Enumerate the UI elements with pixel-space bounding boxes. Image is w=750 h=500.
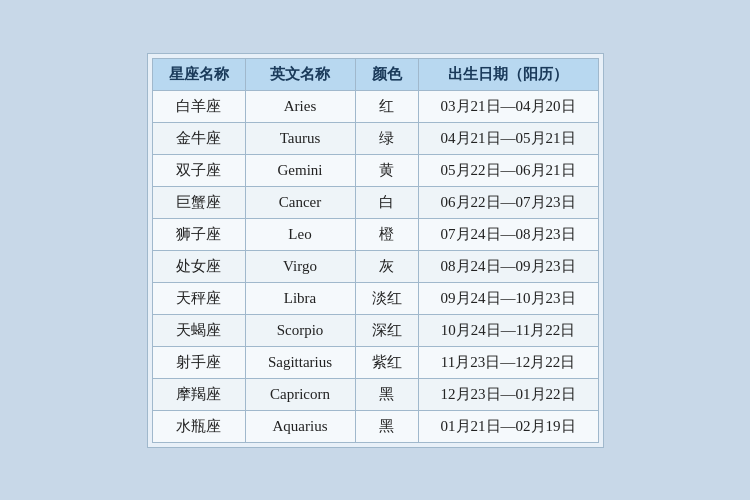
- cell-color: 红: [355, 90, 418, 122]
- table-row: 处女座Virgo灰08月24日—09月23日: [152, 250, 598, 282]
- cell-zh: 金牛座: [152, 122, 245, 154]
- cell-color: 橙: [355, 218, 418, 250]
- table-row: 射手座Sagittarius紫红11月23日—12月22日: [152, 346, 598, 378]
- cell-en: Leo: [245, 218, 355, 250]
- cell-date: 11月23日—12月22日: [418, 346, 598, 378]
- cell-zh: 射手座: [152, 346, 245, 378]
- cell-date: 10月24日—11月22日: [418, 314, 598, 346]
- cell-color: 绿: [355, 122, 418, 154]
- cell-zh: 摩羯座: [152, 378, 245, 410]
- cell-zh: 天蝎座: [152, 314, 245, 346]
- cell-zh: 白羊座: [152, 90, 245, 122]
- cell-zh: 处女座: [152, 250, 245, 282]
- table-row: 摩羯座Capricorn黑12月23日—01月22日: [152, 378, 598, 410]
- cell-color: 白: [355, 186, 418, 218]
- zodiac-table-container: 星座名称 英文名称 颜色 出生日期（阳历） 白羊座Aries红03月21日—04…: [147, 53, 604, 448]
- cell-color: 黄: [355, 154, 418, 186]
- cell-color: 深红: [355, 314, 418, 346]
- header-zh: 星座名称: [152, 58, 245, 90]
- cell-zh: 水瓶座: [152, 410, 245, 442]
- cell-date: 08月24日—09月23日: [418, 250, 598, 282]
- table-row: 巨蟹座Cancer白06月22日—07月23日: [152, 186, 598, 218]
- cell-en: Sagittarius: [245, 346, 355, 378]
- cell-date: 05月22日—06月21日: [418, 154, 598, 186]
- table-row: 狮子座Leo橙07月24日—08月23日: [152, 218, 598, 250]
- cell-en: Aries: [245, 90, 355, 122]
- header-date: 出生日期（阳历）: [418, 58, 598, 90]
- cell-color: 黑: [355, 410, 418, 442]
- cell-color: 紫红: [355, 346, 418, 378]
- cell-date: 12月23日—01月22日: [418, 378, 598, 410]
- cell-color: 灰: [355, 250, 418, 282]
- cell-zh: 天秤座: [152, 282, 245, 314]
- cell-color: 黑: [355, 378, 418, 410]
- cell-en: Scorpio: [245, 314, 355, 346]
- zodiac-table: 星座名称 英文名称 颜色 出生日期（阳历） 白羊座Aries红03月21日—04…: [152, 58, 599, 443]
- table-row: 天蝎座Scorpio深红10月24日—11月22日: [152, 314, 598, 346]
- cell-date: 07月24日—08月23日: [418, 218, 598, 250]
- cell-date: 09月24日—10月23日: [418, 282, 598, 314]
- header-color: 颜色: [355, 58, 418, 90]
- cell-date: 04月21日—05月21日: [418, 122, 598, 154]
- table-row: 水瓶座Aquarius黑01月21日—02月19日: [152, 410, 598, 442]
- cell-en: Virgo: [245, 250, 355, 282]
- table-row: 金牛座Taurus绿04月21日—05月21日: [152, 122, 598, 154]
- cell-zh: 狮子座: [152, 218, 245, 250]
- cell-en: Gemini: [245, 154, 355, 186]
- cell-date: 03月21日—04月20日: [418, 90, 598, 122]
- cell-color: 淡红: [355, 282, 418, 314]
- cell-en: Cancer: [245, 186, 355, 218]
- cell-zh: 双子座: [152, 154, 245, 186]
- cell-en: Capricorn: [245, 378, 355, 410]
- cell-zh: 巨蟹座: [152, 186, 245, 218]
- header-en: 英文名称: [245, 58, 355, 90]
- table-row: 双子座Gemini黄05月22日—06月21日: [152, 154, 598, 186]
- cell-date: 01月21日—02月19日: [418, 410, 598, 442]
- table-row: 白羊座Aries红03月21日—04月20日: [152, 90, 598, 122]
- table-header-row: 星座名称 英文名称 颜色 出生日期（阳历）: [152, 58, 598, 90]
- cell-date: 06月22日—07月23日: [418, 186, 598, 218]
- table-row: 天秤座Libra淡红09月24日—10月23日: [152, 282, 598, 314]
- cell-en: Taurus: [245, 122, 355, 154]
- cell-en: Aquarius: [245, 410, 355, 442]
- cell-en: Libra: [245, 282, 355, 314]
